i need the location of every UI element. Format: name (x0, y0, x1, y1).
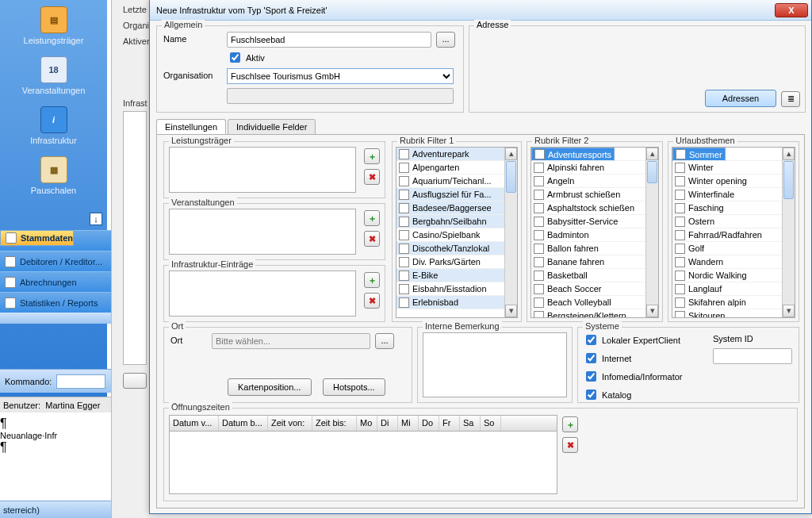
checkbox-icon[interactable] (675, 230, 685, 240)
checkbox-icon[interactable] (534, 311, 544, 318)
systemid-input[interactable] (713, 348, 792, 364)
system-checkbox-input[interactable] (586, 389, 596, 400)
scroll-up-icon[interactable]: ▴ (505, 148, 517, 160)
checkbox-icon[interactable] (675, 284, 685, 294)
table-column-header[interactable]: Zeit von: (268, 416, 312, 431)
checkbox-icon[interactable] (534, 297, 544, 308)
checkbox-icon[interactable] (675, 203, 685, 213)
list-item[interactable]: Aquarium/Teichanl... (396, 175, 504, 188)
list-item[interactable]: Fahrrad/Radfahren (672, 228, 782, 242)
scroll-up-icon[interactable]: ▴ (646, 148, 658, 160)
list-item[interactable]: Adventurepark (396, 148, 504, 161)
table-column-header[interactable]: Di (377, 416, 398, 431)
checkbox-icon[interactable] (534, 176, 544, 186)
system-checkbox[interactable]: Katalog (583, 387, 683, 402)
list-item[interactable]: Ballon fahren (531, 242, 645, 255)
list-item[interactable]: Beach Soccer (531, 282, 645, 296)
table-column-header[interactable]: Datum b... (219, 416, 268, 431)
sidebar-item-pauschalen[interactable]: ▦ Pauschalen (0, 156, 107, 195)
list-item[interactable]: Basketball (531, 269, 645, 282)
list-item[interactable]: Adventuresports (531, 148, 615, 161)
list-item[interactable]: Banane fahren (531, 255, 645, 269)
checkbox-icon[interactable] (399, 149, 409, 159)
checkbox-icon[interactable] (675, 217, 685, 227)
table-column-header[interactable]: Sa (460, 416, 481, 431)
scrollbar[interactable]: ▴ ▾ (645, 148, 658, 317)
checkbox-icon[interactable] (399, 230, 409, 240)
hotspots-button[interactable]: Hotspots... (323, 378, 385, 396)
table-column-header[interactable]: Fr (439, 416, 460, 431)
list-item[interactable]: Ostern (672, 215, 782, 228)
address-list-icon[interactable]: ≣ (781, 91, 800, 107)
checkbox-icon[interactable] (399, 257, 409, 267)
kommando-input[interactable] (56, 374, 105, 389)
list-item[interactable]: Div. Parks/Gärten (396, 255, 504, 269)
delete-button[interactable]: ✖ (562, 437, 578, 453)
sidebar-item-veranstaltungen[interactable]: 18 Veranstaltungen (0, 56, 107, 95)
checkbox-icon[interactable] (534, 230, 544, 240)
table-column-header[interactable]: Datum v... (170, 416, 219, 431)
tab-einstellungen[interactable]: Einstellungen (156, 119, 226, 135)
kartenposition-button[interactable]: Kartenposition... (228, 378, 312, 396)
scrollbar[interactable]: ▴ ▾ (504, 148, 517, 317)
checkbox-icon[interactable] (675, 311, 685, 318)
nav-stammdaten[interactable]: Stammdaten (0, 230, 74, 246)
close-button[interactable]: X (775, 3, 808, 17)
bg-listbox[interactable] (123, 111, 147, 365)
checkbox-icon[interactable] (534, 217, 544, 227)
list-item[interactable]: Alpinski fahren (531, 161, 645, 175)
rubrik2-listbox[interactable]: AdventuresportsAirboardAlpinski fahrenAn… (530, 147, 659, 318)
sidebar-item-infrastruktur[interactable]: i Infrastruktur (0, 106, 107, 145)
scroll-down-icon[interactable]: ▾ (783, 305, 795, 317)
list-item[interactable]: E-Bike (396, 269, 504, 282)
system-checkbox[interactable]: Lokaler ExpertClient (583, 332, 683, 347)
list-item[interactable]: Ausflugsziel für Fa... (396, 188, 504, 201)
list-item[interactable]: Golf (672, 242, 782, 255)
list-item[interactable]: Beach Volleyball (531, 296, 645, 309)
checkbox-icon[interactable] (534, 190, 544, 200)
checkbox-icon[interactable] (399, 190, 409, 200)
checkbox-icon[interactable] (534, 271, 544, 281)
add-button[interactable]: ＋ (364, 210, 380, 226)
checkbox-icon[interactable] (399, 271, 409, 281)
list-item[interactable]: Nordic Walking (672, 269, 782, 282)
checkbox-icon[interactable] (534, 163, 544, 173)
system-checkbox-input[interactable] (586, 371, 596, 382)
list-item[interactable]: Casino/Spielbank (396, 228, 504, 242)
list-item[interactable]: Winter opening (672, 175, 782, 188)
list-item[interactable]: Bergbahn/Seilbahn (396, 215, 504, 228)
sidebar-more-button[interactable]: ↓ (90, 213, 102, 225)
delete-button[interactable]: ✖ (364, 293, 380, 309)
list-item[interactable]: Eisbahn/Eisstadion (396, 282, 504, 296)
system-checkbox-input[interactable] (586, 335, 596, 345)
checkbox-icon[interactable] (675, 271, 685, 281)
checkbox-icon[interactable] (399, 284, 409, 294)
list-item[interactable]: Badesee/Baggersee (396, 201, 504, 215)
tab-individuelle-felder[interactable]: Individuelle Felder (228, 119, 316, 135)
list-item[interactable]: Bergsteigen/Klettern (531, 309, 645, 317)
checkbox-icon[interactable] (399, 176, 409, 186)
name-browse-button[interactable]: ... (436, 32, 455, 48)
scroll-thumb[interactable] (506, 161, 516, 193)
rubrik1-listbox[interactable]: AdventureparkAlpengartenAquarium/Teichan… (396, 147, 518, 318)
urlaubsthemen-listbox[interactable]: SommerHerbstWinterWinter openingWinterfi… (672, 147, 795, 318)
checkbox-icon[interactable] (399, 203, 409, 213)
checkbox-icon[interactable] (675, 244, 685, 254)
scrollbar[interactable]: ▴ ▾ (782, 148, 795, 317)
addresses-button[interactable]: Adressen (705, 90, 776, 107)
leistungstraeger-list[interactable] (169, 147, 356, 193)
delete-button[interactable]: ✖ (364, 231, 380, 247)
table-column-header[interactable]: Zeit bis: (312, 416, 357, 431)
system-checkbox[interactable]: Internet (583, 351, 683, 366)
list-item[interactable]: Asphaltstock schießen (531, 201, 645, 215)
checkbox-icon[interactable] (399, 163, 409, 173)
list-item[interactable]: Babysitter-Service (531, 215, 645, 228)
list-item[interactable]: Winter (672, 161, 782, 175)
list-item[interactable]: Erlebnisbad (396, 296, 504, 309)
bg-button[interactable] (123, 373, 147, 389)
checkbox-icon[interactable] (534, 203, 544, 213)
list-item[interactable]: Fasching (672, 201, 782, 215)
list-item[interactable]: Langlauf (672, 282, 782, 296)
oeffnungszeiten-table[interactable]: Datum v...Datum b...Zeit von:Zeit bis:Mo… (169, 415, 557, 494)
add-button[interactable]: ＋ (364, 148, 380, 164)
